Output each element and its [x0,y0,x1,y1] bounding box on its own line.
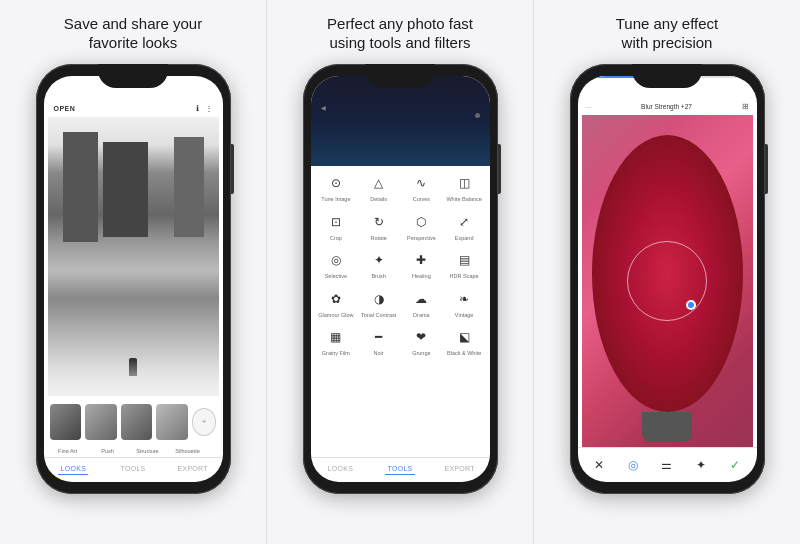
tab-looks[interactable]: LOOKS [44,462,104,479]
selective-icon: ◎ [325,249,347,271]
tab-export[interactable]: EXPORT [163,462,223,479]
open-button[interactable]: OPEN [54,105,76,112]
healing-label: Healing [412,273,431,280]
tool-drama[interactable]: ☁ Drama [401,288,441,319]
confirm-button[interactable]: ✓ [724,454,746,476]
tune-image-icon: ⊙ [325,172,347,194]
tools-row-1: ⊙ Tune Image △ Details ∿ Curves [315,172,486,203]
tab2-looks[interactable]: LOOKS [311,462,371,479]
close-button[interactable]: ✕ [588,454,610,476]
tool-details[interactable]: △ Details [359,172,399,203]
city-photo [48,117,219,396]
tab-looks-label: LOOKS [61,465,87,472]
tools-row-4: ✿ Glamour Glow ◑ Tonal Contrast ☁ Drama [315,288,486,319]
screen2-tabs: LOOKS TOOLS EXPORT [311,457,490,483]
topbar-left: ◀ [321,104,326,122]
tab2-tools[interactable]: TOOLS [370,462,430,479]
snow-overlay [48,356,219,396]
tool-perspective[interactable]: ⬡ Perspective [401,211,441,242]
circle-tool-button[interactable]: ◎ [622,454,644,476]
compare-icon[interactable]: ⊞ [742,102,749,111]
info-icon[interactable]: ℹ [196,104,199,113]
tool-bw[interactable]: ⬕ Black & White [444,326,484,357]
bw-label: Black & White [447,350,481,357]
perspective-label: Perspective [407,235,436,242]
screen3-bottom-bar: ✕ ◎ ⚌ ✦ ✓ [578,447,757,482]
tool-curves[interactable]: ∿ Curves [401,172,441,203]
vintage-icon: ❧ [453,288,475,310]
progress-fill [578,76,650,78]
white-balance-label: White Balance [446,196,481,203]
tab-tools-label: TOOLS [120,465,145,472]
noir-label: Noir [374,350,384,357]
tool-grainy[interactable]: ▦ Grainy Film [316,326,356,357]
flower-photo [582,115,753,447]
tool-noir[interactable]: ━ Noir [359,326,399,357]
tool-glamour[interactable]: ✿ Glamour Glow [316,288,356,319]
tools-row-5: ▦ Grainy Film ━ Noir ❤ Grunge [315,326,486,357]
tab2-tools-label: TOOLS [387,465,412,472]
phone-1-screen: OPEN ℹ ⋮ [44,76,223,482]
thumbnail-1[interactable] [50,404,82,440]
photo-inner [48,117,219,396]
tool-rotate[interactable]: ↻ Rotate [359,211,399,242]
thumb-label-3: Structure [130,448,166,454]
sliders-button[interactable]: ⚌ [656,454,678,476]
panel-tools: Perfect any photo fast using tools and f… [267,0,534,544]
tool-crop[interactable]: ⊡ Crop [316,211,356,242]
tool-grunge[interactable]: ❤ Grunge [401,326,441,357]
tab-tools[interactable]: TOOLS [103,462,163,479]
tool-selective[interactable]: ◎ Selective [316,249,356,280]
tab2-export[interactable]: EXPORT [430,462,490,479]
brush-button[interactable]: ✦ [690,454,712,476]
thumbnail-3[interactable] [121,404,153,440]
tune-image-label: Tune Image [321,196,350,203]
tab-export-label: EXPORT [177,465,207,472]
noir-icon: ━ [368,326,390,348]
panel1-title: Save and share your favorite looks [64,12,202,54]
thumbnail-4[interactable] [156,404,188,440]
thumbnail-2[interactable] [85,404,117,440]
tool-tune-image[interactable]: ⊙ Tune Image [316,172,356,203]
thumb-label-2: Push [90,448,126,454]
circle-control[interactable] [627,241,707,321]
tool-white-balance[interactable]: ◫ White Balance [444,172,484,203]
panel3-title: Tune any effect with precision [616,12,719,54]
more-icon[interactable]: ⋮ [205,104,213,113]
expand-label: Expand [455,235,474,242]
screen2-top-image: ◀ [311,76,490,166]
phone-3-screen: — Blur Strength +27 ⊞ [578,76,757,482]
tools-grid: ⊙ Tune Image △ Details ∿ Curves [311,166,490,457]
dot1 [475,113,480,118]
tool-tonal[interactable]: ◑ Tonal Contrast [359,288,399,319]
crop-icon: ⊡ [325,211,347,233]
healing-icon: ✚ [410,249,432,271]
tool-hdr[interactable]: ▤ HDR Scape [444,249,484,280]
tool-healing[interactable]: ✚ Healing [401,249,441,280]
control-dot[interactable] [686,300,696,310]
panel-looks: Save and share your favorite looks OPEN … [0,0,267,544]
tab2-export-label: EXPORT [444,465,474,472]
phone-3: — Blur Strength +27 ⊞ [570,64,765,494]
phone-1: OPEN ℹ ⋮ [36,64,231,494]
blur-strength-label: Blur Strength +27 [641,103,692,110]
expand-icon: ⤢ [453,211,475,233]
curves-label: Curves [413,196,430,203]
panel-tune: Tune any effect with precision — Blur St… [534,0,800,544]
building-left [63,132,98,242]
tool-expand[interactable]: ⤢ Expand [444,211,484,242]
bw-icon: ⬕ [453,326,475,348]
thumb-label-4: Silhouette [170,448,206,454]
brush-label: Brush [371,273,385,280]
tool-brush[interactable]: ✦ Brush [359,249,399,280]
tools-row-2: ⊡ Crop ↻ Rotate ⬡ Perspective [315,211,486,242]
screen1: OPEN ℹ ⋮ [44,76,223,482]
tool-vintage[interactable]: ❧ Vintage [444,288,484,319]
tools-row-3: ◎ Selective ✦ Brush ✚ Healing [315,249,486,280]
selective-label: Selective [325,273,347,280]
tonal-label: Tonal Contrast [361,312,396,319]
thumbnail-add[interactable]: + [192,408,217,436]
details-icon: △ [368,172,390,194]
app-container: Save and share your favorite looks OPEN … [0,0,800,544]
glamour-label: Glamour Glow [318,312,353,319]
